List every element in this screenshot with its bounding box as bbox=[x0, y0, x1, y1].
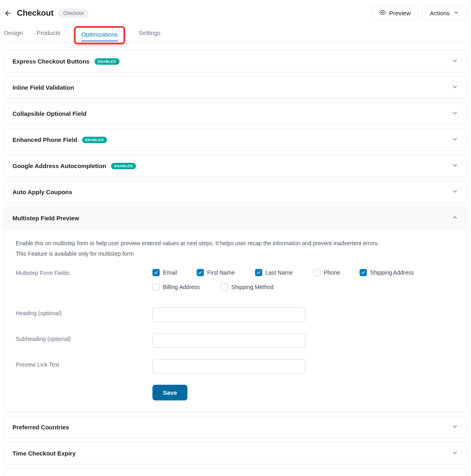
panel-express-checkout: Express Checkout ButtonsENABLED bbox=[4, 50, 467, 72]
context-pill: Checkout bbox=[58, 9, 88, 18]
multistep-desc-2: This Feature is available only for multi… bbox=[16, 249, 455, 258]
chevron-up-icon bbox=[451, 214, 459, 222]
panel-body-multistep: Enable this on multistep form to help us… bbox=[4, 229, 467, 412]
checkbox-label-shipping-method: Shipping Method bbox=[231, 284, 274, 290]
heading-input[interactable] bbox=[152, 308, 305, 322]
panel-title-label: Enhanced Phone Field bbox=[12, 136, 77, 143]
eye-icon bbox=[379, 9, 386, 17]
chevron-down-icon bbox=[451, 109, 459, 118]
panel-preferred-countries: Preferred Countries bbox=[4, 416, 467, 438]
checkbox-last-name[interactable] bbox=[255, 269, 262, 276]
chevron-down-icon bbox=[451, 57, 459, 66]
panel-header-preferred-countries[interactable]: Preferred Countries bbox=[4, 416, 467, 438]
panel-prefill-abandoned: Prefill Form for Abandoned UsersENABLED bbox=[4, 468, 467, 476]
checkbox-label-last-name: Last Name bbox=[265, 269, 293, 276]
checkbox-phone[interactable] bbox=[313, 269, 321, 276]
checkbox-shipping-method[interactable] bbox=[221, 283, 228, 291]
panel-header-prefill-abandoned[interactable]: Prefill Form for Abandoned UsersENABLED bbox=[4, 469, 467, 476]
checkbox-label-email: Email bbox=[163, 269, 177, 276]
tab-optimizations[interactable]: Optimizations bbox=[74, 26, 125, 44]
panel-multistep-preview: Multistep Field PreviewEnable this on mu… bbox=[4, 207, 467, 412]
tabs: DesignProductsOptimizationsSettings bbox=[4, 26, 467, 43]
panel-title-label: Inline Field Validation bbox=[12, 84, 74, 91]
checkbox-row-last-name: Last Name bbox=[255, 267, 313, 278]
enabled-badge: ENABLED bbox=[82, 137, 107, 143]
back-button[interactable] bbox=[4, 9, 12, 17]
checkbox-shipping-address[interactable] bbox=[360, 269, 367, 276]
panel-header-enhanced-phone[interactable]: Enhanced Phone FieldENABLED bbox=[4, 129, 467, 150]
preview-button[interactable]: Preview bbox=[372, 6, 418, 21]
panel-title-label: Preferred Countries bbox=[12, 424, 69, 431]
subheading-input[interactable] bbox=[152, 333, 305, 348]
panel-enhanced-phone: Enhanced Phone FieldENABLED bbox=[4, 129, 467, 151]
checkbox-label-phone: Phone bbox=[324, 269, 340, 276]
panel-time-expiry: Time Checkout Expiry bbox=[4, 442, 467, 464]
checkbox-label-first-name: First Name bbox=[207, 269, 234, 276]
svg-point-0 bbox=[382, 12, 383, 13]
panel-header-time-expiry[interactable]: Time Checkout Expiry bbox=[4, 443, 467, 464]
checkbox-row-first-name: First Name bbox=[197, 267, 255, 278]
panel-auto-coupons: Auto Apply Coupons bbox=[4, 181, 467, 203]
chevron-down-icon bbox=[451, 449, 459, 458]
checkbox-label-billing-address: Billing Address bbox=[163, 284, 200, 290]
heading-label: Heading (optional) bbox=[16, 308, 152, 322]
save-button[interactable]: Save bbox=[152, 385, 187, 400]
panel-header-multistep-preview[interactable]: Multistep Field Preview bbox=[4, 207, 467, 229]
chevron-down-icon bbox=[453, 9, 459, 17]
preview-button-label: Preview bbox=[389, 10, 410, 16]
chevron-down-icon bbox=[451, 423, 459, 431]
preview-link-label: Preview Link Text bbox=[16, 359, 152, 373]
chevron-down-icon bbox=[451, 188, 459, 196]
actions-button-label: Actions bbox=[430, 10, 450, 16]
checkbox-first-name[interactable] bbox=[197, 269, 204, 276]
multistep-desc: Enable this on multistep form to help us… bbox=[16, 239, 455, 248]
panel-header-google-address[interactable]: Google Address AutocompletionENABLED bbox=[4, 155, 467, 176]
panel-title-label: Collapsible Optional Field bbox=[12, 110, 86, 117]
subheading-label: Subheading (optional) bbox=[16, 333, 152, 348]
panel-title-label: Google Address Autocompletion bbox=[12, 162, 106, 169]
checkbox-row-shipping-address: Shipping Address bbox=[360, 267, 428, 278]
page-title: Checkout bbox=[17, 8, 53, 18]
panel-title-label: Auto Apply Coupons bbox=[12, 189, 72, 195]
checkbox-email[interactable] bbox=[152, 269, 160, 276]
chevron-down-icon bbox=[451, 83, 459, 92]
checkbox-row-shipping-method: Shipping Method bbox=[221, 282, 289, 292]
enabled-badge: ENABLED bbox=[111, 163, 136, 169]
panel-google-address: Google Address AutocompletionENABLED bbox=[4, 155, 467, 177]
actions-button[interactable]: Actions bbox=[422, 6, 467, 21]
panel-title-label: Multistep Field Preview bbox=[12, 215, 79, 222]
chevron-down-icon bbox=[451, 162, 459, 170]
panel-header-express-checkout[interactable]: Express Checkout ButtonsENABLED bbox=[4, 51, 467, 72]
panel-collapsible-optional: Collapsible Optional Field bbox=[4, 103, 467, 125]
panel-header-inline-validation[interactable]: Inline Field Validation bbox=[4, 77, 467, 98]
tab-design[interactable]: Design bbox=[4, 26, 23, 43]
accordion-list: Express Checkout ButtonsENABLEDInline Fi… bbox=[4, 50, 467, 476]
panel-header-auto-coupons[interactable]: Auto Apply Coupons bbox=[4, 181, 467, 203]
panel-title-label: Express Checkout Buttons bbox=[12, 58, 90, 65]
page-header: Checkout Checkout Preview Actions bbox=[4, 4, 467, 26]
checkbox-row-phone: Phone bbox=[313, 267, 360, 278]
panel-header-collapsible-optional[interactable]: Collapsible Optional Field bbox=[4, 103, 467, 124]
checkbox-billing-address[interactable] bbox=[152, 283, 160, 291]
panel-title-label: Time Checkout Expiry bbox=[12, 450, 76, 457]
tab-settings[interactable]: Settings bbox=[139, 26, 160, 43]
tab-products[interactable]: Products bbox=[37, 26, 60, 43]
chevron-down-icon bbox=[451, 135, 459, 144]
checkbox-label-shipping-address: Shipping Address bbox=[370, 269, 414, 276]
checkbox-row-billing-address: Billing Address bbox=[152, 282, 221, 292]
enabled-badge: ENABLED bbox=[95, 58, 119, 65]
checkbox-row-email: Email bbox=[152, 267, 197, 278]
preview-link-input[interactable] bbox=[152, 359, 305, 373]
panel-inline-validation: Inline Field Validation bbox=[4, 76, 467, 98]
fields-label: Multistep Form Fields bbox=[16, 267, 152, 296]
